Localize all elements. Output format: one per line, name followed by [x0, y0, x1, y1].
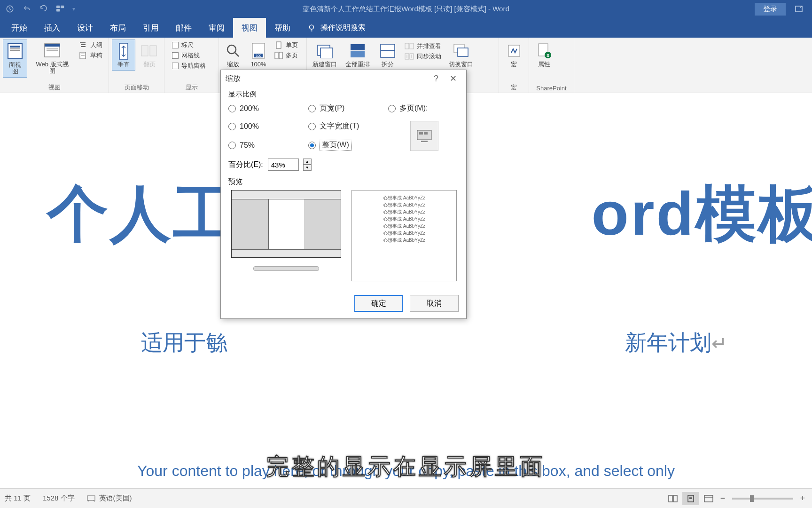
tell-me-label: 操作说明搜索	[320, 23, 366, 33]
split-icon	[380, 43, 396, 58]
outline-icon	[79, 41, 87, 49]
radio-page-width[interactable]: 页宽(P)	[308, 103, 388, 113]
touch-mode-icon[interactable]	[55, 4, 66, 14]
login-button[interactable]: 登录	[755, 3, 786, 16]
svg-rect-33	[351, 51, 365, 57]
svg-rect-13	[47, 50, 58, 51]
tab-insert[interactable]: 插入	[36, 18, 69, 38]
redo-icon[interactable]	[39, 4, 49, 14]
tab-start[interactable]: 开始	[3, 18, 36, 38]
quick-access-toolbar: ▾	[0, 4, 75, 14]
percent-input[interactable]	[268, 159, 299, 171]
cancel-button[interactable]: 取消	[410, 295, 459, 312]
print-layout-button[interactable]	[682, 492, 699, 505]
sync-scroll-icon	[405, 53, 414, 60]
tell-me-search[interactable]: 操作说明搜索	[307, 18, 366, 38]
svg-rect-37	[410, 43, 414, 49]
svg-rect-2	[61, 6, 64, 8]
ok-button[interactable]: 确定	[354, 295, 403, 312]
zoom-in-button[interactable]: +	[798, 493, 807, 503]
dialog-close-button[interactable]: ✕	[445, 73, 461, 84]
radio-many-pages[interactable]: 多页(M):	[388, 103, 459, 113]
draft-button[interactable]: 草稿	[77, 51, 104, 60]
dialog-help-button[interactable]: ?	[428, 74, 445, 84]
spinner-down[interactable]: ▼	[303, 165, 312, 171]
svg-rect-32	[351, 44, 365, 50]
sharepoint-group-label: SharePoint	[532, 84, 571, 92]
zoom-slider[interactable]	[732, 498, 793, 500]
spinner-up[interactable]: ▲	[303, 159, 312, 165]
tab-layout[interactable]: 布局	[102, 18, 134, 38]
properties-icon: S	[537, 43, 552, 59]
web-layout-button[interactable]	[700, 492, 717, 505]
svg-rect-31	[320, 48, 333, 58]
radio-100[interactable]: 100%	[228, 122, 308, 131]
autosave-icon[interactable]	[5, 4, 15, 14]
hundred-icon: 100	[250, 42, 266, 59]
svg-rect-9	[10, 50, 20, 51]
tab-references[interactable]: 引用	[134, 18, 167, 38]
tab-mail[interactable]: 邮件	[167, 18, 200, 38]
macros-button[interactable]: 宏	[502, 40, 526, 70]
dialog-title: 缩放	[226, 74, 241, 84]
tab-review[interactable]: 审阅	[200, 18, 233, 38]
svg-point-23	[227, 45, 236, 54]
hundred-percent-button[interactable]: 100 100%	[247, 40, 270, 70]
multi-page-icon	[274, 52, 283, 59]
multi-page-button[interactable]: 多页	[273, 51, 300, 60]
monitor-grid-icon	[416, 129, 432, 143]
status-language[interactable]: 英语(美国)	[99, 494, 132, 503]
switch-window-button[interactable]: 切换窗口	[446, 40, 476, 70]
svg-rect-12	[47, 48, 58, 49]
magnifier-icon	[226, 43, 241, 58]
outline-button[interactable]: 大纲	[77, 40, 104, 50]
svg-rect-52	[673, 495, 677, 502]
svg-rect-3	[56, 9, 60, 11]
preview-text-box: 心想事成 AaBbYyZz 心想事成 AaBbYyZz 心想事成 AaBbYyZ…	[351, 190, 457, 281]
many-pages-picker[interactable]	[410, 121, 438, 151]
print-layout-icon	[687, 495, 695, 502]
show-group-label: 显示	[167, 82, 216, 92]
read-mode-icon	[668, 495, 678, 502]
document-content-text: Your content to play here, or through yo…	[0, 462, 812, 480]
arrange-all-button[interactable]: 全部重排	[343, 40, 373, 70]
read-mode-button[interactable]	[664, 492, 681, 505]
tab-view[interactable]: 视图	[233, 18, 266, 38]
properties-button[interactable]: S属性	[532, 40, 556, 70]
page-view-label: 面视图	[6, 62, 24, 75]
split-button[interactable]: 拆分	[375, 40, 400, 70]
zoom-dialog: 缩放 ? ✕ 显示比例 200% 页宽(P) 多页(M): 100% 文字宽度(…	[220, 70, 467, 319]
ribbon-display-options-icon[interactable]	[789, 2, 808, 16]
radio-text-width[interactable]: 文字宽度(T)	[308, 121, 388, 131]
undo-icon[interactable]	[22, 4, 32, 14]
nav-pane-checkbox[interactable]: 导航窗格	[170, 61, 208, 71]
svg-rect-36	[405, 43, 409, 49]
page-view-button[interactable]: 面视图	[3, 40, 27, 78]
tab-help[interactable]: 帮助	[266, 18, 299, 38]
svg-rect-51	[669, 495, 672, 502]
qat-dropdown-icon[interactable]: ▾	[72, 6, 75, 12]
radio-75[interactable]: 75%	[228, 141, 308, 150]
radio-whole-page[interactable]: 整页(W)	[308, 140, 388, 151]
web-layout-icon	[704, 495, 713, 502]
zoom-out-button[interactable]: −	[718, 493, 727, 503]
percent-label: 百分比(E):	[228, 160, 263, 170]
ruler-checkbox[interactable]: 标尺	[170, 40, 208, 50]
gridlines-checkbox[interactable]: 网格线	[170, 51, 208, 60]
display-ratio-label: 显示比例	[228, 90, 459, 99]
tab-design[interactable]: 设计	[69, 18, 102, 38]
one-page-button[interactable]: 单页	[273, 40, 300, 50]
svg-rect-56	[704, 495, 713, 502]
status-language-icon[interactable]	[87, 495, 95, 502]
new-window-button[interactable]: 新建窗口	[310, 40, 340, 70]
svg-rect-19	[81, 55, 85, 56]
zoom-button[interactable]: 缩放	[222, 40, 244, 70]
radio-200[interactable]: 200%	[228, 104, 308, 113]
status-words[interactable]: 1528 个字	[43, 494, 75, 503]
one-page-icon	[274, 41, 283, 49]
status-pages[interactable]: 共 11 页	[5, 494, 31, 503]
title-bar: ▾ 蓝色清新个人工作总结工作汇报Word模板 [只读] [兼容模式] - Wor…	[0, 0, 812, 18]
web-view-button[interactable]: Web 版式视图	[30, 40, 74, 77]
vertical-button[interactable]: 垂直	[112, 40, 135, 71]
svg-rect-28	[275, 52, 278, 59]
